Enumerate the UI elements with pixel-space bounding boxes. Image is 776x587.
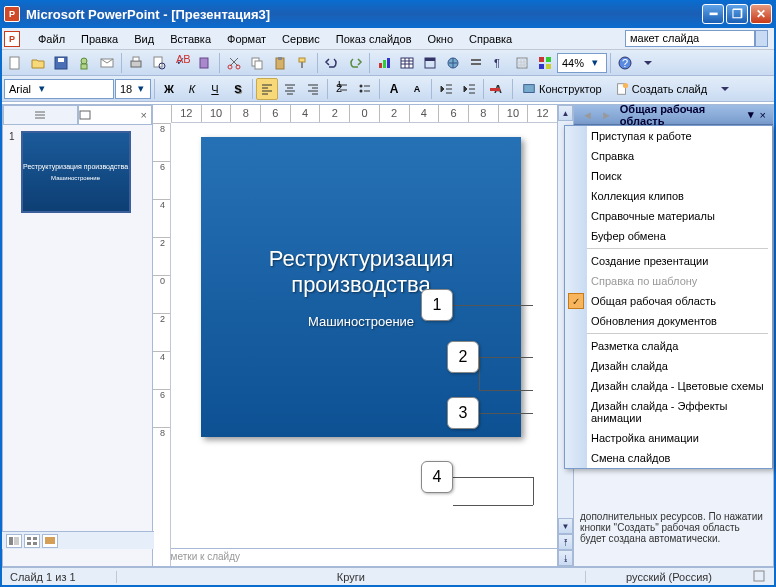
align-center-button[interactable] bbox=[279, 78, 301, 100]
font-combo[interactable]: Arial▾ bbox=[4, 79, 114, 99]
new-button[interactable] bbox=[4, 52, 26, 74]
help-button[interactable]: ? bbox=[614, 52, 636, 74]
slide-title-line2[interactable]: производства bbox=[291, 272, 431, 298]
slide-title-line1[interactable]: Реструктуризация bbox=[269, 246, 454, 272]
next-slide-button[interactable]: ⭳ bbox=[558, 550, 573, 566]
prev-slide-button[interactable]: ⭱ bbox=[558, 534, 573, 550]
increase-indent-button[interactable] bbox=[458, 78, 480, 100]
font-size-combo[interactable]: 18▾ bbox=[115, 79, 151, 99]
undo-button[interactable] bbox=[321, 52, 343, 74]
insert-table-button[interactable] bbox=[396, 52, 418, 74]
maximize-button[interactable]: ❐ bbox=[726, 4, 748, 24]
slide-thumbnail[interactable]: Реструктуризация производства Машиностро… bbox=[21, 131, 131, 213]
font-color-button[interactable]: A bbox=[487, 78, 509, 100]
underline-button[interactable]: Ч bbox=[204, 78, 226, 100]
print-preview-button[interactable] bbox=[148, 52, 170, 74]
task-pane-menu-item[interactable]: Приступая к работе bbox=[565, 126, 772, 146]
task-pane-menu-item[interactable]: Справочные материалы bbox=[565, 206, 772, 226]
close-panel-icon[interactable]: × bbox=[137, 109, 151, 121]
format-painter-button[interactable] bbox=[292, 52, 314, 74]
menu-file[interactable]: Файл bbox=[30, 33, 73, 45]
decrease-indent-button[interactable] bbox=[435, 78, 457, 100]
task-pane-menu-item[interactable]: Настройка анимации bbox=[565, 428, 772, 448]
slide-thumbnail-row[interactable]: 1 Реструктуризация производства Машиност… bbox=[3, 125, 152, 219]
design-button[interactable]: Конструктор bbox=[516, 78, 608, 100]
powerpoint-icon[interactable]: P bbox=[4, 31, 20, 47]
status-icon[interactable] bbox=[752, 569, 766, 585]
task-pane-menu-item[interactable]: Общая рабочая область✓ bbox=[565, 291, 772, 311]
outline-tab[interactable] bbox=[3, 105, 78, 124]
show-formatting-button[interactable]: ¶ bbox=[488, 52, 510, 74]
scroll-down-button[interactable]: ▼ bbox=[558, 518, 573, 534]
task-pane-menu-item[interactable]: Дизайн слайда - Эффекты анимации bbox=[565, 396, 772, 428]
task-pane-menu-item[interactable]: Коллекция клипов bbox=[565, 186, 772, 206]
notes-area[interactable]: Заметки к слайду bbox=[153, 548, 557, 566]
close-button[interactable]: ✕ bbox=[750, 4, 772, 24]
back-icon[interactable]: ◄ bbox=[578, 109, 597, 121]
toolbar-options-button[interactable] bbox=[637, 52, 659, 74]
normal-view-button[interactable] bbox=[6, 534, 22, 548]
task-pane-menu-item[interactable]: Смена слайдов bbox=[565, 448, 772, 468]
paste-button[interactable] bbox=[269, 52, 291, 74]
open-button[interactable] bbox=[27, 52, 49, 74]
menu-help[interactable]: Справка bbox=[461, 33, 520, 45]
task-pane-menu-item[interactable]: Дизайн слайда bbox=[565, 356, 772, 376]
forward-icon[interactable]: ► bbox=[597, 109, 616, 121]
print-button[interactable] bbox=[125, 52, 147, 74]
menu-edit[interactable]: Правка bbox=[73, 33, 126, 45]
svg-rect-49 bbox=[27, 537, 31, 540]
menu-window[interactable]: Окно bbox=[420, 33, 462, 45]
numbering-button[interactable]: 12 bbox=[331, 78, 353, 100]
italic-button[interactable]: К bbox=[181, 78, 203, 100]
decrease-font-button[interactable]: A bbox=[406, 78, 428, 100]
task-pane-menu-item[interactable]: Создание презентации bbox=[565, 251, 772, 271]
increase-font-button[interactable]: A bbox=[383, 78, 405, 100]
shadow-button[interactable]: S bbox=[227, 78, 249, 100]
insert-hyperlink-button[interactable] bbox=[442, 52, 464, 74]
insert-chart-button[interactable] bbox=[373, 52, 395, 74]
task-pane-menu-item[interactable]: Дизайн слайда - Цветовые схемы bbox=[565, 376, 772, 396]
tables-borders-button[interactable] bbox=[419, 52, 441, 74]
task-pane-close[interactable]: × bbox=[757, 109, 769, 121]
menu-view[interactable]: Вид bbox=[126, 33, 162, 45]
slide-canvas[interactable]: Реструктуризация производства Машиностро… bbox=[171, 123, 557, 548]
copy-button[interactable] bbox=[246, 52, 268, 74]
align-right-button[interactable] bbox=[302, 78, 324, 100]
minimize-button[interactable]: ━ bbox=[702, 4, 724, 24]
research-button[interactable] bbox=[194, 52, 216, 74]
cut-button[interactable] bbox=[223, 52, 245, 74]
task-pane-menu-item[interactable]: Справка bbox=[565, 146, 772, 166]
svg-rect-8 bbox=[154, 57, 162, 67]
new-slide-button[interactable]: Создать слайд bbox=[609, 78, 713, 100]
show-grid-button[interactable] bbox=[511, 52, 533, 74]
menu-format[interactable]: Формат bbox=[219, 33, 274, 45]
ask-a-question-box[interactable]: макет слайда bbox=[625, 30, 755, 47]
menu-tools[interactable]: Сервис bbox=[274, 33, 328, 45]
save-button[interactable] bbox=[50, 52, 72, 74]
bullets-button[interactable] bbox=[354, 78, 376, 100]
expand-all-button[interactable] bbox=[465, 52, 487, 74]
task-pane-menu-item[interactable]: Обновления документов bbox=[565, 311, 772, 331]
slides-tab[interactable]: × bbox=[78, 105, 153, 124]
sorter-view-button[interactable] bbox=[24, 534, 40, 548]
permission-button[interactable] bbox=[73, 52, 95, 74]
color-button[interactable] bbox=[534, 52, 556, 74]
slide-subtitle[interactable]: Машиностроение bbox=[308, 314, 414, 329]
slide[interactable]: Реструктуризация производства Машиностро… bbox=[201, 137, 521, 437]
align-left-button[interactable] bbox=[256, 78, 278, 100]
scroll-up-button[interactable]: ▲ bbox=[558, 105, 573, 121]
task-pane-menu-item[interactable]: Поиск bbox=[565, 166, 772, 186]
email-button[interactable] bbox=[96, 52, 118, 74]
bold-button[interactable]: Ж bbox=[158, 78, 180, 100]
menu-insert[interactable]: Вставка bbox=[162, 33, 219, 45]
task-pane-menu-item[interactable]: Разметка слайда bbox=[565, 336, 772, 356]
slideshow-view-button[interactable] bbox=[42, 534, 58, 548]
ask-dropdown[interactable] bbox=[755, 30, 768, 47]
task-pane-dropdown[interactable]: ▾ bbox=[745, 108, 757, 121]
zoom-combo[interactable]: 44%▾ bbox=[557, 53, 607, 73]
task-pane-menu-item[interactable]: Буфер обмена bbox=[565, 226, 772, 246]
redo-button[interactable] bbox=[344, 52, 366, 74]
toolbar-options-button-2[interactable] bbox=[714, 78, 736, 100]
menu-slideshow[interactable]: Показ слайдов bbox=[328, 33, 420, 45]
spellcheck-button[interactable]: ✓ABC bbox=[171, 52, 193, 74]
